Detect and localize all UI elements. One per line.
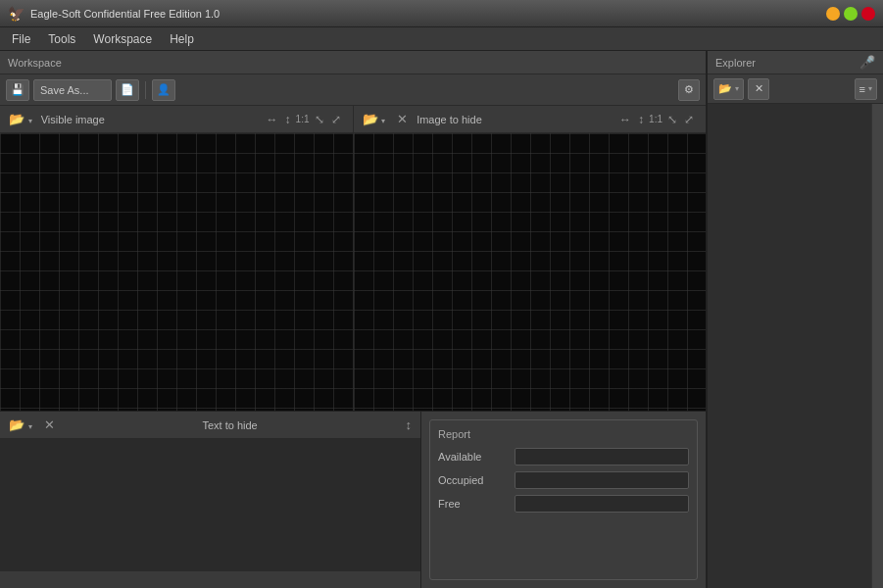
explorer-content-area	[708, 104, 883, 588]
main-area: Workspace 💾 Save As... 📄 👤 ⚙	[0, 51, 883, 588]
save-as-label: Save As...	[40, 84, 89, 96]
hide-grid	[354, 133, 707, 411]
visible-zoom-controls: ↔ ↕ 1:1 ⤡ ⤢	[261, 113, 347, 126]
report-row-occupied: Occupied	[438, 471, 689, 489]
text-open-icon: 📂	[9, 417, 25, 432]
explorer-folder-icon: 📂	[718, 82, 732, 95]
minimize-button[interactable]	[826, 7, 840, 21]
visible-image-header: 📂 ▾ Visible image ↔ ↕ 1:1 ⤡ ⤢	[0, 106, 353, 133]
hide-arrows-h[interactable]: ↔	[617, 113, 633, 126]
hide-image-canvas	[354, 133, 707, 411]
report-row-free: Free	[438, 495, 689, 513]
workspace-label: Workspace	[8, 57, 62, 69]
visible-open-arrow: ▾	[28, 117, 32, 125]
workspace-header: Workspace	[0, 51, 706, 74]
report-free-value	[515, 495, 689, 513]
report-title: Report	[438, 428, 689, 440]
hide-zoom-1to1[interactable]: 1:1	[649, 114, 662, 124]
report-box: Report Available Occupied Free	[429, 419, 698, 580]
hide-fit-width[interactable]: ⤡	[665, 113, 679, 126]
hide-open-icon: 📂	[363, 112, 378, 126]
maximize-button[interactable]	[844, 7, 858, 21]
hide-open-button[interactable]: 📂 ▾	[360, 111, 389, 127]
image-panels-area: 📂 ▾ Visible image ↔ ↕ 1:1 ⤡ ⤢	[0, 106, 706, 412]
close-button[interactable]	[861, 7, 875, 21]
text-panel-footer	[0, 570, 420, 588]
title-bar: 🦅 Eagle-Soft Confidential Free Edition 1…	[0, 0, 883, 27]
explorer-toolbar: 📂 ▾ ✕ ≡ ▾	[708, 74, 883, 104]
explorer-mic-button[interactable]: 🎤	[859, 55, 875, 70]
text-resize-icon: ↕	[406, 417, 413, 432]
window-controls	[826, 7, 875, 21]
menu-workspace[interactable]: Workspace	[85, 30, 160, 48]
explorer-header: Explorer 🎤	[708, 51, 883, 74]
save-as-button[interactable]: Save As...	[33, 79, 112, 101]
hide-image-panel: 📂 ▾ ✕ Image to hide ↔ ↕ 1:1 ⤡ ⤢	[354, 106, 707, 411]
visible-fit-width[interactable]: ⤡	[313, 113, 326, 126]
explorer-close-button[interactable]: ✕	[748, 78, 769, 100]
explorer-menu-arrow: ▾	[868, 84, 872, 93]
title-bar-left: 🦅 Eagle-Soft Confidential Free Edition 1…	[8, 6, 220, 22]
hide-fit-screen[interactable]: ⤢	[682, 113, 696, 126]
settings-icon: ⚙	[684, 83, 694, 96]
explorer-menu-button[interactable]: ≡ ▾	[855, 78, 877, 100]
explorer-open-arrow: ▾	[735, 84, 739, 93]
explorer-mic-icon: 🎤	[859, 55, 875, 70]
visible-image-title: Visible image	[41, 114, 255, 125]
visible-arrows-v[interactable]: ↕	[283, 113, 293, 126]
hide-image-header: 📂 ▾ ✕ Image to hide ↔ ↕ 1:1 ⤡ ⤢	[354, 106, 707, 133]
visible-fit-screen[interactable]: ⤢	[329, 113, 343, 126]
report-occupied-label: Occupied	[438, 474, 507, 486]
report-panel: Report Available Occupied Free	[421, 412, 706, 588]
text-input[interactable]	[0, 439, 420, 570]
hide-open-arrow: ▾	[381, 117, 385, 125]
text-open-arrow: ▾	[28, 422, 32, 431]
save-icon: 💾	[11, 83, 25, 96]
visible-image-panel: 📂 ▾ Visible image ↔ ↕ 1:1 ⤡ ⤢	[0, 106, 354, 411]
text-panel-title: Text to hide	[64, 419, 397, 431]
report-occupied-value	[515, 471, 689, 489]
visible-open-icon: 📂	[9, 112, 25, 126]
explorer-content	[708, 104, 871, 588]
explorer-open-button[interactable]: 📂 ▾	[713, 78, 744, 100]
menu-bar: File Tools Workspace Help	[0, 27, 883, 51]
settings-button[interactable]: ⚙	[678, 79, 700, 101]
explorer-scrollbar[interactable]	[871, 104, 883, 588]
hide-close-button[interactable]: ✕	[394, 111, 411, 127]
report-row-available: Available	[438, 448, 689, 466]
explorer-label: Explorer	[715, 57, 756, 69]
copy-icon: 📄	[121, 83, 134, 96]
hide-image-title: Image to hide	[417, 114, 608, 125]
title-text: Eagle-Soft Confidential Free Edition 1.0	[30, 8, 220, 20]
toolbar-right: ⚙	[678, 79, 700, 101]
explorer-menu-icon: ≡	[859, 83, 865, 95]
report-available-label: Available	[438, 451, 507, 463]
explorer-close-icon: ✕	[755, 82, 763, 95]
text-close-button[interactable]: ✕	[41, 416, 58, 433]
text-open-button[interactable]: 📂 ▾	[6, 416, 35, 433]
report-available-value	[515, 448, 689, 466]
save-icon-btn[interactable]: 💾	[6, 79, 29, 101]
workspace-panel: Workspace 💾 Save As... 📄 👤 ⚙	[0, 51, 707, 588]
menu-help[interactable]: Help	[162, 30, 202, 48]
person-icon: 👤	[157, 83, 171, 96]
visible-grid	[0, 133, 353, 411]
text-close-icon: ✕	[44, 417, 55, 432]
copy-button[interactable]: 📄	[116, 79, 139, 101]
hide-close-icon: ✕	[397, 112, 408, 126]
text-resize-button[interactable]: ↕	[403, 416, 416, 433]
toolbar-separator-1	[145, 81, 146, 99]
explorer-panel: Explorer 🎤 📂 ▾ ✕ ≡ ▾	[707, 51, 883, 588]
menu-file[interactable]: File	[4, 30, 38, 48]
main-toolbar: 💾 Save As... 📄 👤 ⚙	[0, 74, 706, 106]
bottom-area: 📂 ▾ ✕ Text to hide ↕ Report	[0, 412, 706, 588]
person-button[interactable]: 👤	[152, 79, 175, 101]
menu-tools[interactable]: Tools	[40, 30, 83, 48]
hide-zoom-controls: ↔ ↕ 1:1 ⤡ ⤢	[613, 113, 700, 126]
visible-arrows-h[interactable]: ↔	[265, 113, 280, 126]
app-icon: 🦅	[8, 6, 25, 22]
visible-open-button[interactable]: 📂 ▾	[6, 111, 35, 127]
hide-arrows-v[interactable]: ↕	[636, 113, 646, 126]
visible-zoom-1to1[interactable]: 1:1	[296, 114, 310, 124]
text-panel-header: 📂 ▾ ✕ Text to hide ↕	[0, 412, 420, 439]
